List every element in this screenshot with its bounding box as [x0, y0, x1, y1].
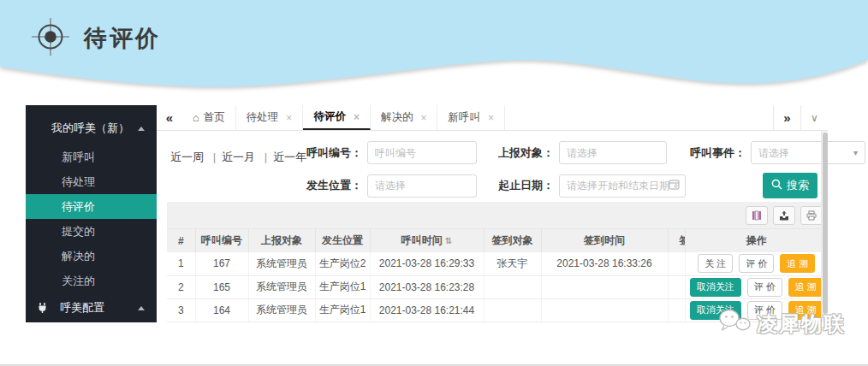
filter-panel: 近一周 近一月 近一年 呼叫编号： 上报对象： 呼叫事件： ▾ [157, 131, 828, 202]
search-button-label: 搜索 [787, 178, 809, 193]
close-icon[interactable]: × [354, 111, 360, 123]
col-reporter: 上报对象 [248, 229, 315, 252]
cell-actions: 取消关注 评 价 追 溯 [685, 275, 828, 298]
unfollow-button[interactable]: 取消关注 [690, 278, 741, 297]
sidebar-item-pending[interactable]: 待处理 [26, 169, 157, 194]
page-title: 待评价 [84, 23, 161, 54]
sidebar-item-to-evaluate[interactable]: 待评价 [26, 194, 157, 219]
report-target-label: 上报对象： [482, 145, 554, 161]
tab-bar-controls: » ∨ [773, 105, 828, 130]
tab-new-call[interactable]: 新呼叫 × [437, 105, 505, 130]
table-row: 2 165 系统管理员 生产岗位1 2021-03-28 16:23:28 取消… [167, 275, 828, 298]
col-clipped: 签 [668, 229, 685, 252]
trace-button[interactable]: 追 溯 [780, 254, 815, 273]
sidebar-item-submitted[interactable]: 提交的 [26, 219, 157, 244]
col-call-time[interactable]: 呼叫时间⇅ [370, 229, 484, 252]
sidebar-group-humei-config[interactable]: 呼美配置 [26, 293, 157, 322]
date-range-input[interactable] [559, 174, 686, 198]
call-event-label: 呼叫事件： [672, 145, 746, 161]
call-no-input[interactable] [367, 141, 477, 164]
cell-clipped [668, 275, 685, 298]
caret-up-icon [138, 306, 145, 310]
close-icon[interactable]: × [420, 112, 426, 124]
range-last-week[interactable]: 近一周 [170, 151, 204, 163]
tab-to-evaluate[interactable]: 待评价 × [303, 105, 371, 130]
brand-watermark: 凌犀物联 [718, 308, 846, 340]
range-last-month[interactable]: 近一月 [207, 151, 255, 163]
filter-row-1: 呼叫编号： 上报对象： 呼叫事件： ▾ [297, 141, 821, 164]
col-location: 发生位置 [315, 229, 370, 252]
sidebar-item-followed[interactable]: 关注的 [26, 269, 157, 293]
sidebar-item-resolved[interactable]: 解决的 [26, 244, 157, 269]
filter-form: 呼叫编号： 上报对象： 呼叫事件： ▾ 发生位置： 起止日期： [297, 141, 821, 198]
tab-label: 新呼叫 [448, 110, 480, 125]
quick-range-links: 近一周 近一月 近一年 [170, 150, 306, 165]
col-sign-time: 签到时间 [541, 229, 668, 252]
col-call-no: 呼叫编号 [195, 229, 248, 252]
brand-name: 凌犀物联 [757, 310, 846, 338]
evaluate-button[interactable]: 评 价 [739, 254, 774, 273]
location-input[interactable] [367, 174, 477, 198]
scrollbar-thumb[interactable] [823, 133, 828, 314]
export-icon[interactable] [773, 206, 795, 225]
cell-sign-target [484, 298, 541, 322]
follow-button[interactable]: 关 注 [698, 254, 733, 273]
tab-label: 首页 [204, 110, 225, 125]
cell-reporter: 系统管理员 [248, 275, 315, 298]
cell-call-no: 167 [195, 252, 248, 275]
col-sign-target: 签到对象 [484, 229, 541, 252]
cell-location: 生产岗位1 [315, 275, 370, 298]
close-icon[interactable]: × [286, 112, 292, 124]
vertical-scrollbar[interactable] [821, 131, 828, 322]
cell-clipped [668, 298, 685, 322]
sort-icon[interactable]: ⇅ [445, 236, 452, 245]
page-header: 待评价 [31, 17, 161, 60]
cell-call-no: 165 [195, 275, 248, 298]
call-no-label: 呼叫编号： [297, 145, 362, 161]
tab-resolved[interactable]: 解决的 × [371, 105, 438, 130]
evaluate-button[interactable]: 评 价 [747, 278, 782, 297]
print-icon[interactable] [800, 206, 823, 225]
tab-label: 待评价 [313, 109, 346, 124]
tab-home[interactable]: ⌂ 首页 [182, 105, 236, 130]
tabs-expand-button[interactable]: » [773, 105, 800, 130]
cell-sign-target [484, 275, 541, 298]
cell-sign-time: 2021-03-28 16:33:26 [541, 252, 668, 275]
close-icon[interactable]: × [488, 112, 494, 124]
cell-call-time: 2021-03-28 16:29:33 [370, 252, 484, 275]
tabs-collapse-button[interactable]: « [157, 105, 182, 130]
sidebar-item-new-call[interactable]: 新呼叫 [26, 145, 157, 169]
call-event-select[interactable] [751, 141, 865, 164]
plug-icon [37, 302, 49, 314]
cell-sign-time [541, 275, 668, 298]
tabs-menu-chevron-down-icon[interactable]: ∨ [800, 105, 828, 130]
report-target-input[interactable] [559, 141, 667, 164]
tab-bar: « ⌂ 首页 待处理 × 待评价 × 解决的 × 新呼叫 [157, 105, 828, 131]
app-window: 我的呼美（新） 新呼叫 待处理 待评价 提交的 解决的 关注的 呼美配置 [26, 105, 828, 322]
table-row: 1 167 系统管理员 生产岗位2 2021-03-28 16:29:33 张天… [167, 252, 828, 275]
col-actions: 操作 [685, 229, 828, 252]
chat-bubbles-icon [718, 308, 752, 340]
sidebar-group-label: 呼美配置 [60, 300, 127, 316]
cell-location: 生产岗位1 [315, 298, 370, 322]
range-last-year[interactable]: 近一年 [259, 151, 306, 163]
tab-pending[interactable]: 待处理 × [236, 105, 304, 130]
cell-clipped [668, 252, 685, 275]
content-area: « ⌂ 首页 待处理 × 待评价 × 解决的 × 新呼叫 [157, 105, 828, 322]
cell-reporter: 系统管理员 [248, 252, 315, 275]
sidebar-group-my-humei[interactable]: 我的呼美（新） [26, 112, 157, 145]
trace-button[interactable]: 追 溯 [788, 278, 823, 297]
cell-call-time: 2021-03-28 16:21:44 [370, 298, 484, 322]
crosshair-target-icon [31, 17, 70, 60]
column-settings-icon[interactable] [746, 206, 768, 225]
filter-row-2: 发生位置： 起止日期： [297, 173, 821, 198]
search-button[interactable]: 搜索 [763, 173, 817, 198]
col-index: # [167, 229, 195, 252]
tab-label: 解决的 [381, 110, 413, 125]
cell-sign-target: 张天宇 [484, 252, 541, 275]
home-icon: ⌂ [193, 111, 199, 124]
cell-call-time: 2021-03-28 16:23:28 [370, 275, 484, 298]
cell-index: 2 [167, 275, 195, 298]
caret-up-icon [138, 127, 145, 131]
cell-call-no: 164 [195, 298, 248, 322]
